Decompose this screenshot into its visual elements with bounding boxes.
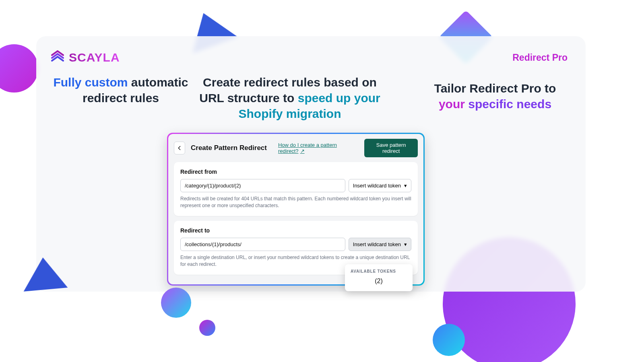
redirect-from-input[interactable]: [180, 179, 345, 192]
insert-token-from-dropdown[interactable]: Insert wildcard token ▾: [349, 179, 411, 192]
app-card-inner: Create Pattern Redirect How do I create …: [168, 134, 423, 284]
decor-circle-bottom-mid-small: [199, 320, 215, 336]
marketing-panel: SCAYLA Redirect Pro Fully custom automat…: [36, 36, 586, 292]
token-option[interactable]: (2): [351, 278, 407, 285]
insert-token-to-dropdown[interactable]: Insert wildcard token ▾: [349, 238, 411, 251]
headline-left: Fully custom automatic redirect rules: [52, 74, 189, 106]
caret-down-icon: ▾: [404, 241, 407, 247]
back-button[interactable]: [174, 142, 185, 154]
card-header: Create Pattern Redirect How do I create …: [174, 139, 418, 157]
redirect-from-section: Redirect from Insert wildcard token ▾ Re…: [174, 162, 418, 216]
headline-3-a: Tailor Redirect Pro to: [434, 82, 556, 95]
product-name: Redirect Pro: [512, 52, 568, 63]
caret-down-icon: ▾: [404, 183, 407, 189]
token-popover: AVAILABLE TOKENS (2): [345, 264, 413, 291]
redirect-from-helper: Redirects will be created for 404 URLs t…: [180, 195, 411, 210]
arrow-left-icon: [176, 145, 183, 151]
decor-triangle-bottom-left: [21, 255, 68, 291]
headline-right: Tailor Redirect Pro to your specific nee…: [421, 80, 570, 112]
headline-3-b: your: [439, 97, 468, 111]
save-button[interactable]: Save pattern redirect: [364, 139, 418, 157]
brand-logo: SCAYLA: [50, 50, 120, 65]
brand-name: SCAYLA: [69, 51, 120, 64]
headline-3-c: specific needs: [468, 97, 551, 111]
popover-title: AVAILABLE TOKENS: [351, 269, 407, 274]
redirect-to-label: Redirect to: [180, 227, 411, 234]
page-title: Create Pattern Redirect: [191, 144, 267, 152]
redirect-to-input[interactable]: [180, 238, 345, 251]
decor-circle-top-left: [0, 44, 38, 93]
headline-center: Create redirect rules based on URL struc…: [195, 74, 384, 121]
help-link[interactable]: How do I create a pattern redirect?↗: [278, 142, 353, 154]
redirect-from-label: Redirect from: [180, 169, 411, 175]
headline-2-b: speed up: [298, 91, 351, 105]
insert-token-to-label: Insert wildcard token: [353, 241, 401, 247]
decor-circle-bottom-right-small: [433, 324, 465, 356]
help-link-text: How do I create a pattern redirect?: [278, 142, 337, 154]
app-card: Create Pattern Redirect How do I create …: [167, 133, 425, 286]
insert-token-from-label: Insert wildcard token: [353, 183, 401, 189]
brand-mark-icon: [50, 50, 65, 65]
external-link-icon: ↗: [300, 148, 305, 154]
headline-1-accent: Fully custom: [53, 76, 128, 89]
decor-circle-bottom-mid: [161, 288, 191, 318]
